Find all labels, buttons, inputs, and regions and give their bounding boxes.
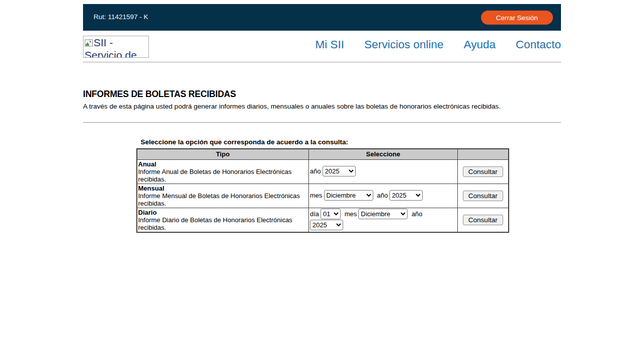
row-type-label: Anual <box>138 160 156 168</box>
diario-day-select[interactable]: 01 <box>320 209 341 219</box>
column-header-seleccione: Seleccione <box>309 149 458 159</box>
page-container: Rut: 11421597 - K Cerrar Sesión SII - Se… <box>83 4 561 233</box>
day-label: día <box>310 210 319 218</box>
table-row-diario: Diario Informe Diario de Boletas de Hono… <box>137 208 509 232</box>
cell-seleccione-diario: día01 mesDiciembre año 2025 <box>309 208 458 232</box>
nav-link-mi-sii[interactable]: Mi SII <box>315 38 344 51</box>
cell-seleccione-mensual: mesDiciembre año2025 <box>309 184 458 208</box>
cell-seleccione-anual: año2025 <box>309 159 458 184</box>
logo-alt-text-line1: SII - <box>94 37 113 48</box>
rut-label: Rut: 11421597 - K <box>94 13 148 21</box>
nav-link-servicios-online[interactable]: Servicios online <box>364 38 444 51</box>
cell-action-diario: Consultar <box>458 208 509 232</box>
year-label: año <box>310 167 321 175</box>
diario-month-select[interactable]: Diciembre <box>358 209 408 219</box>
row-type-label: Diario <box>138 209 157 216</box>
logo-broken-image: SII - Servicio de <box>83 36 149 58</box>
table-row-anual: Anual Informe Anual de Boletas de Honora… <box>137 159 509 184</box>
mensual-year-select[interactable]: 2025 <box>389 190 423 201</box>
cell-tipo-diario: Diario Informe Diario de Boletas de Hono… <box>137 208 309 232</box>
anual-year-select[interactable]: 2025 <box>323 166 356 176</box>
nav-link-contacto[interactable]: Contacto <box>516 38 561 51</box>
cell-action-anual: Consultar <box>458 159 509 184</box>
page-subtitle: A través de esta página usted podrá gene… <box>83 103 561 110</box>
row-type-label: Mensual <box>138 185 165 192</box>
mensual-month-select[interactable]: Diciembre <box>324 190 373 201</box>
row-description: Informe Mensual de Boletas de Honorarios… <box>138 192 300 207</box>
cell-tipo-mensual: Mensual Informe Mensual de Boletas de Ho… <box>137 184 309 208</box>
table-header-row: Tipo Seleccione <box>137 149 509 159</box>
page-title: INFORMES DE BOLETAS RECIBIDAS <box>83 89 561 100</box>
column-header-accion <box>458 149 509 159</box>
main-nav: Mi SII Servicios online Ayuda Contacto <box>315 38 561 54</box>
year-label: año <box>412 210 423 218</box>
logo-alt-text-line2: Servicio de <box>85 49 147 58</box>
nav-link-ayuda[interactable]: Ayuda <box>464 38 496 51</box>
consulta-prompt: Seleccione la opción que corresponda de … <box>141 138 508 146</box>
diario-year-select[interactable]: 2025 <box>310 220 343 230</box>
year-label: año <box>377 192 388 199</box>
report-options-table: Tipo Seleccione Anual Informe Anual de B… <box>136 148 509 233</box>
month-label: mes <box>310 192 323 199</box>
column-header-tipo: Tipo <box>137 149 309 159</box>
table-row-mensual: Mensual Informe Mensual de Boletas de Ho… <box>137 184 509 208</box>
section-divider <box>83 122 561 123</box>
cell-tipo-anual: Anual Informe Anual de Boletas de Honora… <box>137 159 309 184</box>
row-description: Informe Diario de Boletas de Honorarios … <box>138 216 292 231</box>
broken-image-icon <box>85 38 93 49</box>
topbar: Rut: 11421597 - K Cerrar Sesión <box>83 4 561 31</box>
consultar-mensual-button[interactable]: Consultar <box>463 191 503 201</box>
cell-action-mensual: Consultar <box>458 184 509 208</box>
row-description: Informe Anual de Boletas de Honorarios E… <box>138 168 292 183</box>
consulta-section: Seleccione la opción que corresponda de … <box>136 138 508 233</box>
logout-button[interactable]: Cerrar Sesión <box>481 11 553 25</box>
consultar-diario-button[interactable]: Consultar <box>463 215 503 225</box>
month-label: mes <box>345 210 357 218</box>
logo-link[interactable]: SII - Servicio de <box>83 35 149 58</box>
consultar-anual-button[interactable]: Consultar <box>463 166 503 177</box>
site-header: SII - Servicio de Mi SII Servicios onlin… <box>83 31 561 62</box>
